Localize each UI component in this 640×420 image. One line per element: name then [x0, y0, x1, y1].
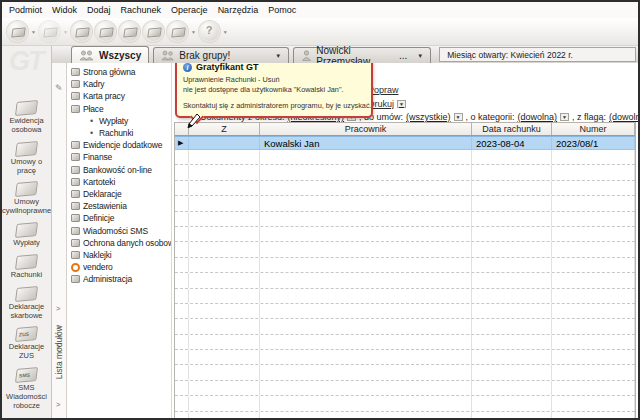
tab-wszyscy[interactable]: Wszyscy [71, 46, 149, 63]
admin-icon [71, 275, 80, 283]
row-marker-icon [175, 137, 189, 149]
table-row[interactable] [175, 365, 635, 380]
module-sms-wiadomosci[interactable]: SMSSMS Wiadomości robocze [2, 368, 52, 411]
employee-button[interactable] [71, 21, 92, 42]
module-wyplaty[interactable]: Wypłaty [2, 223, 52, 248]
module-list-strip[interactable]: Lista modułów [52, 63, 67, 418]
chevron-down-icon[interactable]: ▼ [223, 29, 228, 35]
reports-icon [71, 202, 80, 210]
vendero-icon [71, 263, 80, 272]
header-data-rachunku[interactable]: Data rachunku [472, 123, 552, 135]
tree-item-definicje[interactable]: Definicje [71, 212, 171, 224]
tree-item-rachunki[interactable]: Rachunki [71, 127, 171, 139]
help-button[interactable]: ▼ [199, 21, 228, 42]
table-row[interactable] [175, 150, 635, 165]
module-umowy-o-prace[interactable]: Umowy o pracę [2, 142, 52, 176]
tree-item-bankowosc[interactable]: Bankowość on-line [71, 164, 171, 176]
tree-item-vendero[interactable]: vendero [71, 261, 171, 273]
menu-podmiot[interactable]: Podmiot [4, 4, 47, 16]
tab-more[interactable]: ... [399, 50, 407, 61]
table-row[interactable] [175, 304, 635, 319]
labels-icon [71, 251, 80, 259]
table-row[interactable] [175, 212, 635, 227]
table-row-selected[interactable]: Kowalski Jan 2023-08-04 2023/08/1 [175, 136, 635, 150]
tree-item-ochrona-danych[interactable]: Ochrona danych osobowych [71, 237, 171, 249]
filter-kategoria-dropdown[interactable]: (dowolna) [518, 112, 558, 122]
module-deklaracje-zus[interactable]: ZUSDeklaracje ZUS [2, 327, 52, 361]
filter-umowy-dropdown[interactable]: (wszystkie) [406, 112, 451, 122]
tree-item-wiadomosci-sms[interactable]: Wiadomości SMS [71, 224, 171, 236]
sms-icon [71, 227, 80, 235]
header-pracownik[interactable]: Pracownik [260, 123, 472, 135]
add-document-icon [7, 21, 28, 42]
tree-item-strona-glowna[interactable]: Strona główna [71, 66, 171, 78]
print-button[interactable]: ▼ [167, 21, 196, 42]
chevron-down-icon[interactable] [397, 100, 406, 108]
menu-operacje[interactable]: Operacje [166, 4, 213, 16]
civil-contract-icon [15, 181, 38, 197]
menu-rachunek[interactable]: Rachunek [116, 4, 167, 16]
chevron-down-icon[interactable]: ▼ [31, 29, 36, 35]
table-row[interactable] [175, 381, 635, 396]
table-row[interactable] [175, 196, 635, 211]
tree-item-finanse[interactable]: Finanse [71, 151, 171, 163]
drukuj-link[interactable]: Drukuj [368, 99, 406, 109]
menu-dodaj[interactable]: Dodaj [82, 4, 116, 16]
tree-item-ewidencje-dodatkowe[interactable]: Ewidencje dodatkowe [71, 139, 171, 151]
add-document-button[interactable]: ▼ [7, 21, 36, 42]
table-row[interactable] [175, 258, 635, 273]
module-deklaracje-skarbowe[interactable]: Deklaracje skarbowe [2, 287, 52, 321]
tree-item-kadry[interactable]: Kadry [71, 78, 171, 90]
popraw-link[interactable]: Popraw [368, 85, 406, 95]
tab-nowicki-przemyslaw[interactable]: Nowicki Przemysław ... ▼ [293, 47, 431, 63]
tree-item-administracja[interactable]: Administracja [71, 273, 171, 285]
chevron-down-icon[interactable] [454, 113, 463, 121]
table-row[interactable] [175, 242, 635, 257]
menu-pomoc[interactable]: Pomoc [263, 4, 301, 16]
files-icon [71, 178, 80, 186]
table-row[interactable] [175, 227, 635, 242]
menu-narzedzia[interactable]: Narzędzia [213, 4, 264, 16]
table-row[interactable] [175, 165, 635, 180]
tab-brak-grupy[interactable]: Brak grupy! ▼ [153, 47, 289, 63]
module-ewidencja-osobowa[interactable]: Ewidencja osobowa [2, 101, 52, 135]
tab-bar: Wszyscy Brak grupy! ▼ Nowicki Przemysław… [52, 46, 638, 63]
open-month-label: Miesiąc otwarty: Kwiecień 2022 r. [447, 50, 573, 60]
send-button[interactable]: ▼ [39, 21, 68, 42]
home-icon [71, 68, 80, 76]
module-rachunki[interactable]: Rachunki [2, 255, 52, 280]
tag-button[interactable] [95, 21, 116, 42]
tree-item-kartoteki[interactable]: Kartoteki [71, 176, 171, 188]
tab-label: Wszyscy [99, 50, 141, 61]
operations-button[interactable] [143, 21, 164, 42]
tree-item-place[interactable]: Płace [71, 103, 171, 115]
filter-flaga-dropdown[interactable]: (dowolna) [609, 112, 638, 122]
table-row[interactable] [175, 412, 635, 418]
chevron-down-icon[interactable]: ▼ [417, 53, 423, 59]
tab-label: Brak grupy! [179, 50, 230, 61]
employment-contract-icon [15, 141, 38, 157]
payouts-icon [15, 222, 38, 238]
tree-item-naklejki[interactable]: Naklejki [71, 249, 171, 261]
table-row[interactable] [175, 335, 635, 350]
chevron-down-icon: ▼ [63, 29, 68, 35]
chevron-down-icon[interactable]: ▼ [275, 53, 281, 59]
tree-item-wyplaty[interactable]: Wypłaty [71, 115, 171, 127]
table-row[interactable] [175, 273, 635, 288]
table-row[interactable] [175, 350, 635, 365]
chevron-down-icon[interactable]: ▼ [191, 29, 196, 35]
table-row[interactable] [175, 289, 635, 304]
table-row[interactable] [175, 181, 635, 196]
menu-widok[interactable]: Widok [47, 4, 82, 16]
chevron-down-icon[interactable] [560, 113, 569, 121]
edit-document-button[interactable] [119, 21, 140, 42]
tree-item-deklaracje[interactable]: Deklaracje [71, 188, 171, 200]
module-umowy-cywilnoprawne[interactable]: Umowy cywilnoprawne [2, 182, 52, 216]
table-row[interactable] [175, 319, 635, 334]
header-numer[interactable]: Numer [552, 123, 635, 135]
tree-item-zestawienia[interactable]: Zestawienia [71, 200, 171, 212]
cell-pracownik: Kowalski Jan [260, 137, 472, 149]
bullet-icon [90, 116, 96, 126]
table-row[interactable] [175, 396, 635, 411]
tree-item-karta-pracy[interactable]: Karta pracy [71, 90, 171, 102]
